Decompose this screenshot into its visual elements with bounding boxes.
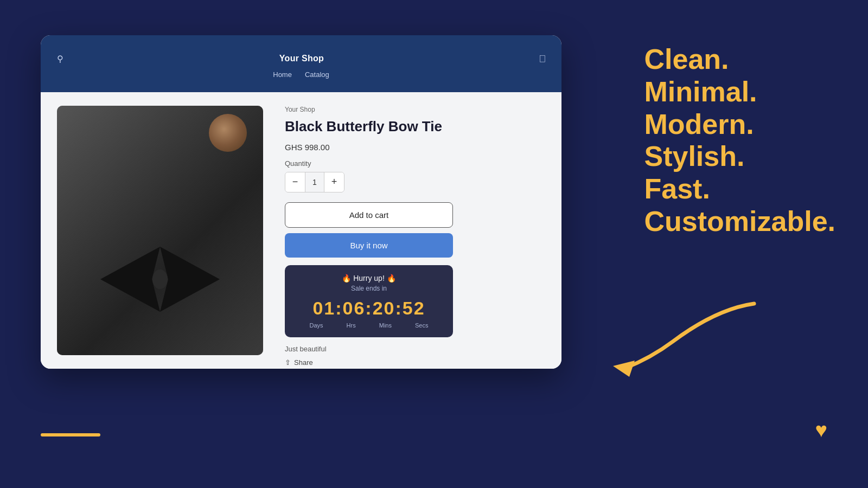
arrow-container (608, 298, 760, 380)
quantity-value: 1 (305, 172, 324, 192)
cart-icon[interactable]: ⎕ (540, 54, 545, 63)
nav-links: Home Catalog (273, 70, 329, 79)
wicker-ball-decoration (209, 114, 247, 152)
countdown-subtitle: Sale ends in (292, 285, 445, 292)
quantity-control: − 1 + (285, 172, 344, 192)
tagline-line-4: Stylish. (644, 140, 836, 173)
add-to-cart-button[interactable]: Add to cart (285, 202, 453, 228)
browser-nav: ⚲ Your Shop ⎕ Home Catalog (41, 35, 561, 92)
countdown-hurry: 🔥 Hurry up! 🔥 (292, 274, 445, 282)
quantity-label: Quantity (285, 159, 545, 168)
countdown-box: 🔥 Hurry up! 🔥 Sale ends in 01:06:20:52 D… (285, 265, 453, 337)
tagline-line-6: Customizable. (644, 206, 836, 238)
product-page: Your Shop Black Butterfly Bow Tie GHS 99… (41, 92, 561, 369)
product-image (57, 106, 263, 355)
product-breadcrumb: Your Shop (285, 106, 545, 113)
quantity-decrease-button[interactable]: − (285, 172, 305, 192)
product-description: Just beautiful (285, 345, 545, 353)
countdown-hrs-label: Hrs (347, 322, 356, 329)
tagline-line-3: Modern. (644, 108, 836, 141)
quantity-increase-button[interactable]: + (324, 172, 344, 192)
countdown-labels: Days Hrs Mins Secs (292, 322, 445, 329)
product-name: Black Butterfly Bow Tie (285, 118, 545, 136)
arrow-svg (608, 298, 760, 380)
nav-catalog[interactable]: Catalog (305, 70, 329, 79)
bow-tie-image (100, 247, 220, 312)
countdown-mins-label: Mins (379, 322, 392, 329)
product-price: GHS 998.00 (285, 143, 545, 152)
product-details: Your Shop Black Butterfly Bow Tie GHS 99… (279, 92, 561, 369)
search-icon[interactable]: ⚲ (57, 54, 63, 64)
svg-marker-3 (613, 361, 635, 377)
countdown-days-label: Days (310, 322, 323, 329)
svg-marker-0 (100, 247, 160, 312)
svg-point-2 (152, 269, 168, 289)
bottom-bar-decoration (41, 433, 100, 436)
tagline-line-5: Fast. (644, 173, 836, 206)
svg-marker-1 (160, 247, 220, 312)
share-label: Share (294, 358, 313, 367)
countdown-secs-label: Secs (415, 322, 428, 329)
nav-home[interactable]: Home (273, 70, 292, 79)
share-icon: ⇧ (285, 358, 291, 367)
browser-mockup: ⚲ Your Shop ⎕ Home Catalog (41, 35, 561, 369)
buy-it-now-button[interactable]: Buy it now (285, 233, 453, 258)
heart-icon: ♥ (815, 419, 827, 442)
nav-top: ⚲ Your Shop ⎕ (52, 49, 551, 68)
tagline-line-2: Minimal. (644, 76, 836, 108)
tagline-line-1: Clean. (644, 43, 836, 76)
share-button[interactable]: ⇧ Share (285, 358, 313, 367)
shop-title: Your Shop (279, 54, 324, 63)
countdown-time: 01:06:20:52 (292, 298, 445, 319)
product-image-container (57, 106, 263, 355)
tagline: Clean. Minimal. Modern. Stylish. Fast. C… (644, 43, 836, 238)
